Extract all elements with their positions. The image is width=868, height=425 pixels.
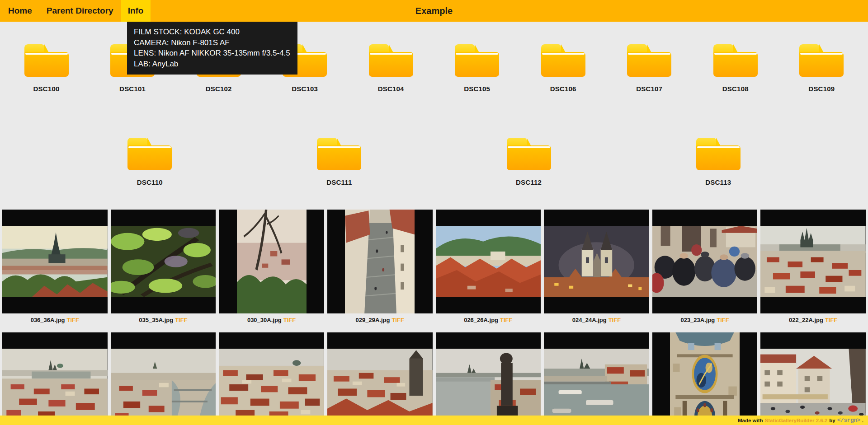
tiff-link[interactable]: TIFF [609, 317, 621, 323]
folder-label: DSC110 [137, 178, 163, 186]
folder-icon [713, 44, 758, 77]
folder-icon [24, 44, 69, 77]
thumbnail-photo-bridge-statue[interactable] [436, 332, 541, 425]
folder-icon [627, 44, 671, 77]
folder-label: DSC108 [722, 85, 749, 93]
folder-item-dsc105[interactable]: DSC105 [437, 44, 517, 93]
folder-item-dsc104[interactable]: DSC104 [351, 44, 431, 93]
thumbnail-photo-night-towers[interactable] [544, 210, 649, 313]
nav-item-home[interactable]: Home [1, 0, 39, 22]
thumbnail-item: 030_30A.jpgTIFF [219, 210, 324, 323]
thumbnail-item [760, 332, 866, 425]
folder-label: DSC101 [119, 85, 146, 93]
folder-item-dsc111[interactable]: DSC111 [299, 138, 379, 186]
tiff-link[interactable]: TIFF [717, 317, 729, 323]
thumbnail-item: 036_36A.jpgTIFF [2, 210, 108, 323]
file-name-link[interactable]: 030_30A.jpg [247, 317, 282, 323]
folder-label: DSC113 [705, 178, 731, 186]
image-gallery: 036_36A.jpgTIFF 035_35A.jpgTIFF [0, 210, 868, 425]
file-name-link[interactable]: 035_35A.jpg [139, 317, 173, 323]
footer-builder-link[interactable]: StaticGalleryBuilder 2.6.2 [765, 418, 828, 423]
footer-by: by [829, 418, 835, 423]
thumbnail-item: 022_22A.jpgTIFF [760, 210, 866, 323]
folder-icon [799, 44, 844, 77]
folder-label: DSC107 [636, 85, 662, 93]
thumbnail-photo-street-square[interactable] [760, 332, 866, 425]
folder-icon [541, 44, 585, 77]
folder-icon [317, 138, 361, 170]
thumbnail-photo-hill-roofs[interactable] [436, 210, 541, 313]
file-name-link[interactable]: 026_26A.jpg [464, 317, 498, 323]
thumbnail-photo-astronomical-clock[interactable] [652, 332, 758, 425]
folder-item-dsc109[interactable]: DSC109 [782, 44, 861, 93]
footer: Made with StaticGalleryBuilder 2.6.2 by … [0, 416, 868, 425]
thumbnail-item: 035_35A.jpgTIFF [111, 210, 216, 323]
thumbnail-item: 026_26A.jpgTIFF [436, 210, 541, 323]
thumbnail-item [436, 332, 541, 425]
folder-item-dsc108[interactable]: DSC108 [696, 44, 775, 93]
file-name-link[interactable]: 036_36A.jpg [31, 317, 65, 323]
thumbnail-item: 029_29A.jpgTIFF [327, 210, 433, 323]
thumbnail-item: 023_23A.jpgTIFF [652, 210, 758, 323]
tiff-link[interactable]: TIFF [825, 317, 837, 323]
folder-item-dsc107[interactable]: DSC107 [609, 44, 689, 93]
thumbnail-photo-winter-panorama[interactable] [760, 210, 866, 313]
thumbnail-photo-castle-panorama[interactable] [2, 332, 108, 425]
tiff-link[interactable]: TIFF [283, 317, 296, 323]
folder-label: DSC106 [550, 85, 576, 93]
tooltip-lens: LENS: Nikon AF NIKKOR 35-135mm f/3.5-4.5 [134, 48, 290, 59]
footer-made-with: Made with [738, 418, 763, 423]
tooltip-lab: LAB: AnyLab [134, 59, 290, 70]
folder-icon [696, 138, 741, 170]
thumbnail-item [652, 332, 758, 425]
folder-label: DSC103 [292, 85, 318, 93]
info-tooltip: FILM STOCK: KODAK GC 400 CAMERA: Nikon F… [127, 22, 297, 75]
tiff-link[interactable]: TIFF [175, 317, 187, 323]
thumbnail-item [219, 332, 324, 425]
folder-label: DSC100 [33, 85, 60, 93]
tiff-link[interactable]: TIFF [392, 317, 404, 323]
folder-icon [369, 44, 413, 77]
folder-label: DSC111 [326, 178, 352, 186]
thumbnail-photo-roofs-tower[interactable] [327, 332, 433, 425]
thumbnail-photo-river-boats[interactable] [544, 332, 649, 425]
thumbnail-photo-bare-tree-view[interactable] [219, 210, 324, 313]
nav-item-parent-directory[interactable]: Parent Directory [39, 0, 121, 22]
thumbnail-item [544, 332, 649, 425]
folder-label: DSC102 [206, 85, 232, 93]
thumbnail-photo-city-spire[interactable] [2, 210, 108, 313]
folder-label: DSC109 [808, 85, 835, 93]
footer-suffix: . [862, 418, 863, 423]
file-name-link[interactable]: 024_24A.jpg [572, 317, 607, 323]
thumbnail-item: 024_24A.jpgTIFF [544, 210, 649, 323]
tiff-link[interactable]: TIFF [67, 317, 79, 323]
tiff-link[interactable]: TIFF [500, 317, 512, 323]
nav-item-info[interactable]: Info [121, 0, 151, 22]
file-name-link[interactable]: 022_22A.jpg [789, 317, 823, 323]
folder-icon [455, 44, 499, 77]
folder-item-dsc100[interactable]: DSC100 [7, 44, 86, 93]
file-name-link[interactable]: 029_29A.jpg [356, 317, 390, 323]
file-name-link[interactable]: 023_23A.jpg [680, 317, 715, 323]
folder-item-dsc106[interactable]: DSC106 [524, 44, 603, 93]
footer-brand-link[interactable]: </srgn> [837, 417, 860, 424]
folder-item-dsc112[interactable]: DSC112 [489, 138, 569, 186]
navbar: Home Parent Directory Info Example [0, 0, 868, 22]
tooltip-film-stock: FILM STOCK: KODAK GC 400 [134, 27, 290, 37]
folder-icon [127, 138, 172, 170]
folder-icon [507, 138, 551, 170]
thumbnail-photo-square-aerial[interactable] [327, 210, 433, 313]
folder-item-dsc110[interactable]: DSC110 [110, 138, 189, 186]
thumbnail-photo-foliage[interactable] [111, 210, 216, 313]
folder-item-dsc113[interactable]: DSC113 [679, 138, 758, 186]
folder-label: DSC104 [378, 85, 404, 93]
folder-label: DSC105 [464, 85, 490, 93]
thumbnail-photo-dense-roofs[interactable] [219, 332, 324, 425]
thumbnail-item [111, 332, 216, 425]
thumbnail-photo-crowd[interactable] [652, 210, 758, 313]
tooltip-camera: CAMERA: Nikon F-801S AF [134, 37, 290, 48]
thumbnail-item [327, 332, 433, 425]
thumbnail-item [2, 332, 108, 425]
folder-label: DSC112 [516, 178, 542, 186]
thumbnail-photo-river-panorama[interactable] [111, 332, 216, 425]
